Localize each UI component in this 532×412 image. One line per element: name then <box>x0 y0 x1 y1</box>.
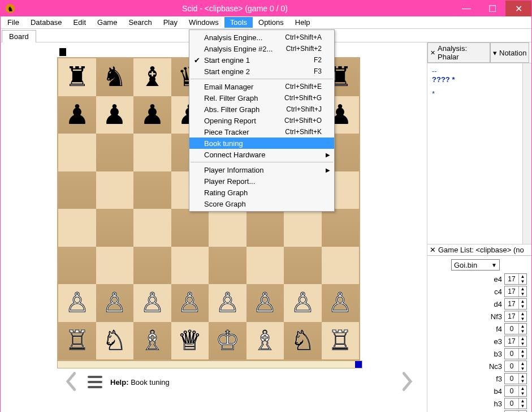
spin-up-icon[interactable]: ▲ <box>519 361 526 366</box>
menu-icon[interactable] <box>88 376 102 388</box>
square[interactable]: ♙ <box>171 284 209 322</box>
tab-notation[interactable]: ▾ Notation <box>490 42 529 63</box>
square[interactable] <box>284 247 322 285</box>
square[interactable] <box>284 209 322 247</box>
spin-down-icon[interactable]: ▼ <box>519 354 526 359</box>
menu-game[interactable]: Game <box>92 17 123 28</box>
piece[interactable]: ♖ <box>328 327 352 354</box>
tools-item[interactable]: Analysis Engine #2...Ctrl+Shift+2 <box>189 43 334 54</box>
spin-up-icon[interactable]: ▲ <box>519 398 526 404</box>
square[interactable]: ♕ <box>171 322 209 360</box>
book-value-input[interactable] <box>505 336 518 346</box>
square[interactable]: ♟ <box>58 96 96 134</box>
square[interactable] <box>58 134 96 171</box>
tools-item[interactable]: Book tuning <box>189 138 334 149</box>
tools-item[interactable]: Player Report... <box>189 175 334 187</box>
square[interactable]: ♞ <box>96 58 134 96</box>
square[interactable]: ♙ <box>322 284 360 322</box>
piece[interactable]: ♙ <box>253 289 277 316</box>
book-value-input[interactable] <box>505 398 518 409</box>
square[interactable]: ♗ <box>246 322 284 360</box>
square[interactable] <box>58 209 96 247</box>
piece[interactable]: ♙ <box>328 289 352 316</box>
spin-up-icon[interactable]: ▲ <box>519 374 526 379</box>
square[interactable] <box>209 209 246 247</box>
spin-down-icon[interactable]: ▼ <box>519 379 526 384</box>
piece[interactable]: ♙ <box>178 289 202 316</box>
square[interactable]: ♖ <box>58 322 96 360</box>
square[interactable]: ♖ <box>322 322 360 360</box>
menu-database[interactable]: Database <box>25 17 68 28</box>
book-value-spinner[interactable]: ▲▼ <box>504 360 527 372</box>
book-value-input[interactable] <box>505 286 518 297</box>
book-value-spinner[interactable]: ▲▼ <box>504 286 527 297</box>
menu-windows[interactable]: Windows <box>183 17 224 28</box>
book-value-input[interactable] <box>505 324 518 334</box>
spin-up-icon[interactable]: ▲ <box>519 286 526 291</box>
square[interactable] <box>96 247 134 285</box>
scrollbar[interactable] <box>522 63 531 244</box>
tools-item[interactable]: Piece TrackerCtrl+Shift+K <box>189 126 334 138</box>
spin-up-icon[interactable]: ▲ <box>519 336 526 341</box>
spin-up-icon[interactable]: ▲ <box>519 299 526 304</box>
close-button[interactable]: ✕ <box>505 1 531 16</box>
spin-down-icon[interactable]: ▼ <box>519 291 526 297</box>
square[interactable] <box>96 134 134 171</box>
menu-file[interactable]: File <box>2 17 25 28</box>
maximize-button[interactable]: ☐ <box>479 1 505 16</box>
tools-item[interactable]: Start engine 2F3 <box>189 66 334 77</box>
book-select[interactable]: Goi.bin ▼ <box>451 259 500 271</box>
book-value-input[interactable] <box>505 311 518 321</box>
book-value-spinner[interactable]: ▲▼ <box>504 385 527 397</box>
book-value-input[interactable] <box>505 349 518 359</box>
tools-item[interactable]: Opening ReportCtrl+Shift+O <box>189 115 334 126</box>
square[interactable] <box>322 247 360 285</box>
menu-options[interactable]: Options <box>253 17 289 28</box>
square[interactable]: ♝ <box>133 58 171 96</box>
book-value-spinner[interactable]: ▲▼ <box>504 323 527 334</box>
spin-down-icon[interactable]: ▼ <box>519 341 526 346</box>
book-value-input[interactable] <box>505 361 518 371</box>
menu-play[interactable]: Play <box>158 17 183 28</box>
square[interactable] <box>133 209 171 247</box>
square[interactable]: ♙ <box>58 284 96 322</box>
tools-item[interactable]: Rating Graph <box>189 187 334 198</box>
square[interactable] <box>58 171 96 209</box>
spin-down-icon[interactable]: ▼ <box>519 391 526 396</box>
square[interactable]: ♟ <box>133 96 171 134</box>
next-move-button[interactable] <box>399 371 414 393</box>
book-value-input[interactable] <box>505 274 518 284</box>
piece[interactable]: ♕ <box>178 327 202 354</box>
piece[interactable]: ♝ <box>140 63 165 91</box>
tools-item[interactable]: Score Graph <box>189 198 334 209</box>
tools-item[interactable]: Rel. Filter GraphCtrl+Shift+G <box>189 92 334 104</box>
square[interactable] <box>171 247 209 285</box>
square[interactable] <box>96 171 134 209</box>
piece[interactable]: ♟ <box>65 101 89 128</box>
square[interactable]: ♙ <box>209 284 246 322</box>
piece[interactable]: ♙ <box>215 289 240 316</box>
piece[interactable]: ♞ <box>102 63 127 91</box>
piece[interactable]: ♔ <box>215 327 240 354</box>
square[interactable] <box>246 209 284 247</box>
book-value-input[interactable] <box>505 386 518 396</box>
tools-item[interactable]: Player Information▶ <box>189 164 334 175</box>
square[interactable]: ♙ <box>133 284 171 322</box>
menu-search[interactable]: Search <box>123 17 157 28</box>
square[interactable]: ♙ <box>96 284 134 322</box>
book-value-spinner[interactable]: ▲▼ <box>504 398 527 409</box>
book-value-spinner[interactable]: ▲▼ <box>504 336 527 347</box>
book-value-spinner[interactable]: ▲▼ <box>504 298 527 310</box>
square[interactable] <box>58 247 96 285</box>
close-icon[interactable]: ✕ <box>430 49 435 57</box>
piece[interactable]: ♗ <box>140 327 165 354</box>
piece[interactable]: ♙ <box>65 289 89 316</box>
piece[interactable]: ♟ <box>102 101 127 128</box>
spin-down-icon[interactable]: ▼ <box>519 304 526 309</box>
square[interactable] <box>133 134 171 171</box>
square[interactable]: ♘ <box>96 322 134 360</box>
spin-up-icon[interactable]: ▲ <box>519 274 526 279</box>
tools-item[interactable]: Abs. Filter GraphCtrl+Shift+J <box>189 104 334 115</box>
prev-move-button[interactable] <box>64 371 80 393</box>
menu-help[interactable]: Help <box>289 17 316 28</box>
